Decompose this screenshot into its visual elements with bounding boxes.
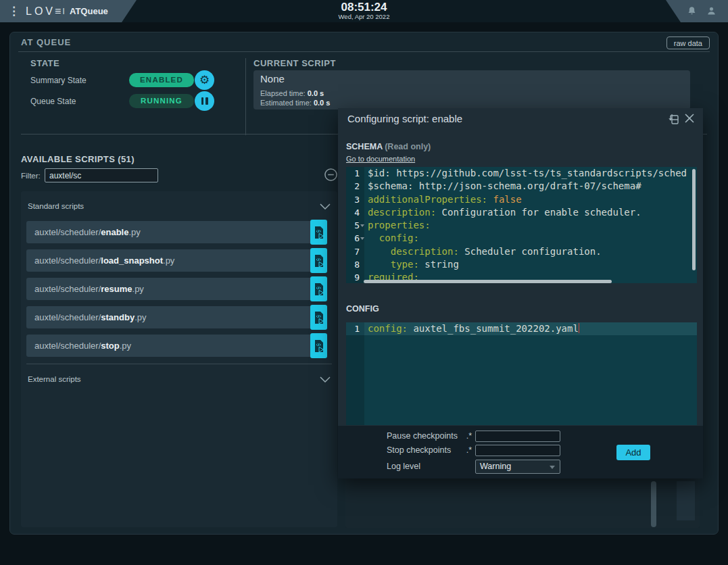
love-atqueue-screen: ⋮ LOV≡I ATQueue 08:51:24 Wed, Apr 20 202… [0,0,728,565]
resize-modal-icon[interactable] [666,113,680,125]
current-script-card: None Elapsed time: 0.0 s Estimated time:… [253,70,690,109]
schema-section-label: SCHEMA (Read only) [346,142,431,151]
filter-input[interactable] [45,168,158,182]
queue-list-column [677,481,695,520]
script-row-enable: auxtel/scheduler/enable.py [26,221,327,243]
launch-script-icon [314,311,324,324]
select-arrow-icon [550,466,555,469]
script-row-resume: auxtel/scheduler/resume.py [26,278,327,300]
read-only-hint: (Read only) [385,142,431,151]
gear-icon: ⚙ [199,74,210,86]
top-bar: ⋮ LOV≡I ATQueue 08:51:24 Wed, Apr 20 202… [0,0,728,22]
script-launch-controls: Pause checkpoints .* Stop checkpoints .*… [338,426,703,478]
configure-script-button[interactable] [310,333,327,358]
stop-checkpoints-label: Stop checkpoints [387,445,451,455]
available-scripts-list: Standard scripts auxtel/scheduler/enable… [21,191,337,527]
schema-vertical-scrollbar[interactable] [692,169,696,270]
panel-title: AT QUEUE [21,37,71,47]
chevron-down-icon [320,376,331,383]
user-icon[interactable] [706,5,717,17]
stop-regex-hint: .* [458,445,472,455]
add-script-button[interactable]: Add [616,445,650,460]
modal-title: Configuring script: enable [347,113,462,124]
launch-script-icon [314,339,324,353]
documentation-link[interactable]: Go to documentation [346,155,415,163]
summary-state-badge: ENABLED [129,73,194,87]
current-script-title: CURRENT SCRIPT [253,58,336,68]
launch-script-icon [314,226,324,239]
script-row-load-snapshot: auxtel/scheduler/load_snapshot.py [26,249,327,272]
elapsed-time: Elapsed time: 0.0 s [260,89,324,97]
state-divider [245,58,246,135]
schema-editor[interactable]: 1$id: https://github.com/lsst-ts/ts_stan… [346,167,697,283]
available-scripts-title: AVAILABLE SCRIPTS (51) [21,154,135,164]
chevron-down-icon [320,203,331,210]
config-editor[interactable]: 1config: auxtel_fbs_summit_202202.yaml [346,322,697,425]
state-config-button[interactable]: ⚙ [195,70,214,90]
pause-icon [201,97,208,105]
estimated-time: Estimated time: 0.0 s [260,99,330,107]
panel-title-divider [18,51,710,52]
configure-script-modal: Configuring script: enable SCHEMA (Read … [338,108,703,478]
collapse-panel-icon[interactable] [324,168,338,182]
queue-scrollbar[interactable] [651,481,656,527]
state-section-title: STATE [30,58,59,68]
log-level-select[interactable]: Warning [475,460,560,474]
launch-script-icon [314,282,324,296]
filter-label: Filter: [21,172,41,180]
clock-time: 08:51:24 [0,1,728,14]
stop-checkpoints-input[interactable] [475,445,560,456]
queue-state-badge: RUNNING [129,94,194,108]
pause-regex-hint: .* [458,431,472,441]
external-scripts-group-header[interactable]: External scripts [28,375,331,389]
pause-queue-button[interactable] [195,91,214,111]
summary-state-label: Summary State [30,76,87,85]
current-script-name: None [260,73,285,84]
configure-script-button[interactable] [310,248,327,273]
close-icon[interactable] [684,113,695,124]
standard-scripts-group-header[interactable]: Standard scripts [28,202,331,216]
script-row-standby: auxtel/scheduler/standby.py [26,306,327,328]
group-divider [26,364,332,364]
notifications-bell-icon[interactable] [686,5,698,17]
raw-data-button[interactable]: raw data [666,36,710,49]
script-row-stop: auxtel/scheduler/stop.py [26,335,327,357]
configure-script-button[interactable] [310,220,327,245]
log-level-label: Log level [387,462,420,471]
pause-checkpoints-label: Pause checkpoints [387,431,458,441]
pause-checkpoints-input[interactable] [475,431,560,442]
config-section-label: CONFIG [346,304,379,314]
clock-date: Wed, Apr 20 2022 [0,14,728,20]
launch-script-icon [314,254,324,268]
configure-script-button[interactable] [310,276,327,301]
clock: 08:51:24 Wed, Apr 20 2022 [0,1,728,20]
queue-state-label: Queue State [30,97,76,106]
schema-horizontal-scrollbar[interactable] [364,280,612,283]
configure-script-button[interactable] [310,305,327,330]
